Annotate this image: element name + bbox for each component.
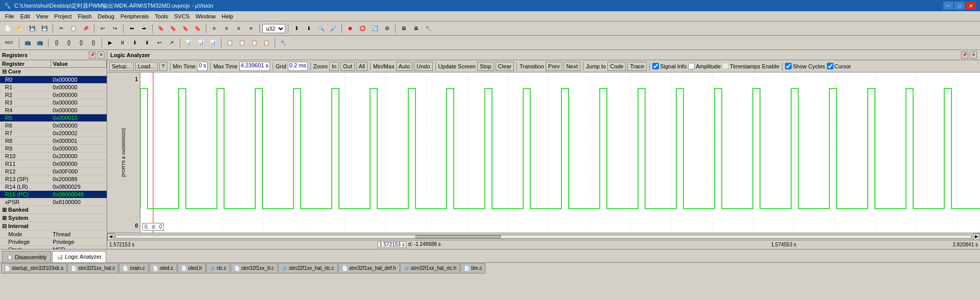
table-row[interactable]: R50x000010 bbox=[0, 114, 107, 122]
tb2-b1[interactable]: 📺 bbox=[22, 37, 33, 48]
table-row[interactable]: R100x200000 bbox=[0, 153, 107, 160]
table-row[interactable]: R40x000000 bbox=[0, 107, 107, 114]
waveform-area[interactable]: 0, d: 0 bbox=[140, 72, 980, 233]
load-btn[interactable]: Load... bbox=[135, 62, 158, 71]
next-btn[interactable]: Next bbox=[564, 62, 580, 71]
tb-b1[interactable]: 🔖 bbox=[155, 23, 166, 34]
tb2-wnd5[interactable]: 📋 bbox=[236, 37, 248, 48]
tb-load2[interactable]: ⬇ bbox=[303, 23, 314, 34]
table-row[interactable]: R60x000000 bbox=[0, 122, 107, 130]
menu-item-edit[interactable]: Edit bbox=[17, 12, 33, 20]
tb-save[interactable]: 💾 bbox=[27, 23, 38, 34]
tb-i1[interactable]: ≡ bbox=[209, 23, 220, 34]
tb-view2[interactable]: 🖥 bbox=[410, 23, 422, 34]
showcycles-label[interactable]: Show Cycles bbox=[785, 63, 825, 69]
tb-redo[interactable]: ↪ bbox=[109, 23, 120, 34]
tb2-step3[interactable]: ↩ bbox=[154, 37, 165, 48]
close-button[interactable]: ✕ bbox=[966, 2, 976, 10]
auto-btn[interactable]: Auto bbox=[396, 62, 413, 71]
tab-logic-analyzer[interactable]: 📊 Logic Analyzer bbox=[52, 251, 106, 262]
tb-b3[interactable]: 🔖 bbox=[180, 23, 191, 34]
timestamps-cb[interactable] bbox=[722, 63, 729, 69]
zoom-all-btn[interactable]: All bbox=[356, 62, 368, 71]
table-row[interactable]: R80x000001 bbox=[0, 137, 107, 145]
tb-dbg-start[interactable]: ⏺ bbox=[345, 23, 356, 34]
tb-copy[interactable]: 📋 bbox=[68, 23, 79, 34]
menu-item-flash[interactable]: Flash bbox=[75, 12, 95, 20]
logic-pin-btn[interactable]: 📌 bbox=[961, 52, 968, 59]
menu-item-debug[interactable]: Debug bbox=[95, 12, 117, 20]
table-row[interactable]: R70x200002 bbox=[0, 130, 107, 137]
file-tab-5[interactable]: ⚙️rtc.c bbox=[206, 263, 230, 273]
tb2-wnd4[interactable]: 📋 bbox=[224, 37, 235, 48]
tb-load1[interactable]: ⬇ bbox=[291, 23, 302, 34]
logic-close-btn[interactable]: ✕ bbox=[970, 52, 977, 59]
menu-item-project[interactable]: Project bbox=[51, 12, 75, 20]
tb2-b3[interactable]: {} bbox=[51, 37, 62, 48]
tb2-wnd1[interactable]: 📊 bbox=[183, 37, 194, 48]
trace-btn[interactable]: Trace bbox=[627, 62, 647, 71]
menu-item-window[interactable]: Window bbox=[192, 12, 218, 20]
file-tab-3[interactable]: 📄oled.c bbox=[149, 263, 177, 273]
tb-nav2[interactable]: ➡ bbox=[138, 23, 150, 34]
table-row[interactable]: xPSR0x8100000 bbox=[0, 198, 107, 206]
section-internal[interactable]: ⊟ Internal bbox=[0, 222, 107, 231]
file-tab-4[interactable]: 📄oled.h bbox=[178, 263, 206, 273]
tb-search[interactable]: 🔍 bbox=[315, 23, 327, 34]
cursor-label[interactable]: Cursor bbox=[827, 63, 851, 69]
tb-undo[interactable]: ↩ bbox=[97, 23, 108, 34]
tab-disassembly[interactable]: 📋 Disassembly bbox=[2, 251, 51, 262]
tb-save2[interactable]: 💾 bbox=[39, 23, 50, 34]
tb-open[interactable]: 📂 bbox=[14, 23, 26, 34]
menu-item-file[interactable]: File bbox=[2, 12, 17, 20]
table-row[interactable]: R30x000000 bbox=[0, 99, 107, 107]
tb2-wnd6[interactable]: 📋 bbox=[249, 37, 260, 48]
stop-btn[interactable]: Stop bbox=[477, 62, 494, 71]
file-tab-9[interactable]: ⚙️stm32f1xx_hal_rtc.h bbox=[400, 263, 460, 273]
tb-cut[interactable]: ✂ bbox=[56, 23, 67, 34]
tb2-wnd7[interactable]: 📋 bbox=[261, 37, 272, 48]
scroll-track[interactable] bbox=[115, 235, 972, 239]
tb2-step4[interactable]: ↗ bbox=[166, 37, 177, 48]
menu-item-peripherals[interactable]: Peripherals bbox=[117, 12, 152, 20]
tb-dbg-opt[interactable]: ⚙ bbox=[381, 23, 393, 34]
scroll-thumb[interactable] bbox=[415, 235, 501, 238]
zoom-out-btn[interactable]: Out bbox=[340, 62, 355, 71]
tb-dbg-reset[interactable]: 🔄 bbox=[369, 23, 380, 34]
reg-pin-btn[interactable]: 📌 bbox=[89, 52, 96, 59]
tb2-run[interactable]: ▶ bbox=[105, 37, 116, 48]
signal-info-cb[interactable] bbox=[652, 63, 659, 69]
table-row[interactable]: R15 (PC)0x08000049 bbox=[0, 191, 107, 198]
file-tab-0[interactable]: 📄startup_stm32f103xb.s bbox=[1, 263, 67, 273]
tb2-b5[interactable]: {} bbox=[76, 37, 87, 48]
tb2-wnd2[interactable]: 📊 bbox=[195, 37, 206, 48]
table-row[interactable]: R14 (LR)0x0800029 bbox=[0, 183, 107, 191]
tb-b4[interactable]: 🔖 bbox=[192, 23, 203, 34]
tb2-wnd3[interactable]: 📊 bbox=[207, 37, 218, 48]
h-scrollbar[interactable]: ◀ ▶ bbox=[107, 233, 980, 240]
table-row[interactable]: R90x000000 bbox=[0, 145, 107, 153]
prev-btn[interactable]: Prev bbox=[546, 62, 562, 71]
tb2-extra1[interactable]: 🔧 bbox=[278, 37, 289, 48]
cursor-cb[interactable] bbox=[827, 63, 834, 69]
minimize-button[interactable]: ─ bbox=[943, 2, 953, 10]
code-btn[interactable]: Code bbox=[607, 62, 626, 71]
zoom-in-btn[interactable]: In bbox=[329, 62, 339, 71]
clear-btn[interactable]: Clear bbox=[496, 62, 514, 71]
tb2-stop2[interactable]: ⏸ bbox=[117, 37, 128, 48]
tb-paste[interactable]: 📌 bbox=[80, 23, 91, 34]
undo-btn[interactable]: Undo bbox=[414, 62, 432, 71]
tb-dbg-stop[interactable]: ⭕ bbox=[357, 23, 368, 34]
tb2-rst[interactable]: RST bbox=[2, 37, 16, 48]
tb2-b2[interactable]: 📺 bbox=[34, 37, 45, 48]
scroll-left-btn[interactable]: ◀ bbox=[107, 233, 114, 240]
table-row[interactable]: R120x00F000 bbox=[0, 168, 107, 176]
scroll-right-btn[interactable]: ▶ bbox=[973, 233, 980, 240]
table-row[interactable]: R110x000000 bbox=[0, 160, 107, 168]
tb-search2[interactable]: 🔎 bbox=[328, 23, 339, 34]
table-row[interactable]: R20x000000 bbox=[0, 91, 107, 99]
maximize-button[interactable]: □ bbox=[954, 2, 965, 10]
timestamps-label[interactable]: Timestamps Enable bbox=[722, 63, 779, 69]
tb-new[interactable]: 📄 bbox=[2, 23, 13, 34]
help-btn[interactable]: ? bbox=[159, 62, 167, 71]
